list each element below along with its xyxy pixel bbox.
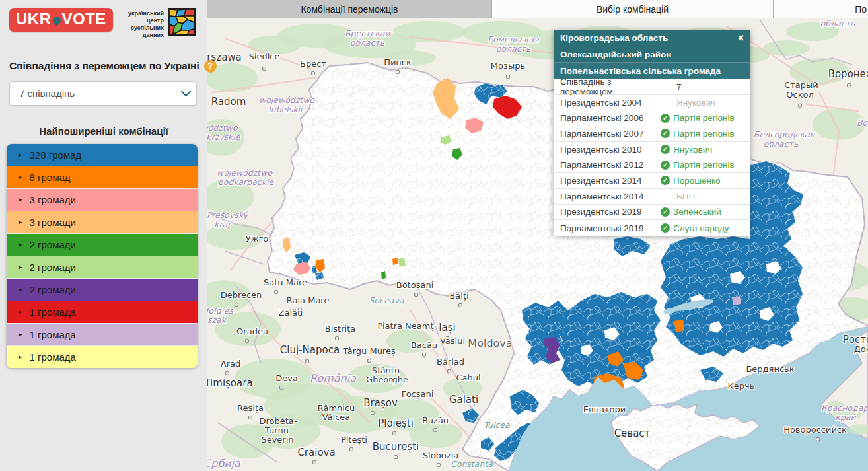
tab-1[interactable]: Комбінації переможців (207, 0, 492, 18)
combination-label: 3 громади (30, 217, 76, 228)
map-label: Мозырь (491, 61, 525, 71)
map-label: Satu Mare (264, 277, 307, 287)
combination-item[interactable]: ▸2 громади (7, 234, 198, 256)
map-label: Vâlcea (322, 412, 351, 422)
popup-value-text: Янукович (676, 98, 715, 108)
popup-row: Парламентські 2012✓Партія регіонів (554, 157, 750, 173)
popup-row-label: Президентські 2004 (560, 98, 661, 108)
map-label: Prešovský (207, 210, 249, 220)
map-label: Severin (261, 435, 293, 445)
panel-title: Співпадіння з переможцем по Україні (9, 60, 199, 72)
map-label: Suceava (369, 295, 404, 305)
city-dot (394, 455, 397, 458)
popup-row-value: ✓Слуга народу (661, 223, 729, 233)
close-icon[interactable]: ✕ (737, 30, 744, 46)
popup-value-text: Партія регіонів (673, 129, 735, 139)
popup-row-value: Янукович (661, 98, 715, 108)
city-dot (816, 437, 819, 441)
dropdown-divider (176, 87, 176, 100)
popup-row-label: Парламентські 2019 (560, 223, 661, 233)
check-icon: ✓ (661, 129, 670, 138)
triangle-icon: ▸ (19, 353, 22, 360)
city-dot (245, 339, 248, 342)
map-label: Новороссийск (783, 425, 847, 435)
map-label: Bălți (449, 291, 468, 301)
tab-3[interactable]: По (774, 0, 868, 18)
hromada-region-green (381, 271, 386, 279)
org-logo[interactable]: українськийцентрсуспільнихданних (128, 8, 196, 39)
ukraine-map[interactable]: WarszawaSiedlceБрестПинскБрестскаяобласт… (207, 18, 868, 471)
popup-row-value: 7 (661, 82, 682, 92)
city-dot (367, 359, 371, 362)
combination-item[interactable]: ▸3 громади (7, 211, 198, 233)
combination-item[interactable]: ▸1 громада (7, 324, 198, 345)
map-label: Керчь (728, 381, 755, 391)
popup-row: Парламентські 2007✓Партія регіонів (554, 126, 750, 142)
map-label: Србија (207, 457, 241, 470)
popup-row: Президентські 2004Янукович (554, 95, 750, 111)
combination-item[interactable]: ▸2 громади (7, 256, 198, 278)
org-name-line: суспільних (128, 24, 164, 32)
map-label: Bistrița (325, 324, 355, 334)
popup-row-label: Президентські 2014 (560, 176, 661, 186)
map-label: Debrecen (221, 290, 262, 300)
org-name: українськийцентрсуспільнихданних (128, 8, 164, 39)
chevron-down-icon (181, 87, 192, 97)
map-label: Arad (221, 359, 240, 369)
map-label: Tulcea (484, 420, 510, 430)
map-label: Sfântu (372, 365, 400, 375)
city-dot (305, 359, 308, 363)
map-label: București (373, 441, 419, 453)
popup-region-row: Кіровоградська область✕ (554, 30, 750, 46)
check-icon: ✓ (661, 161, 670, 170)
combination-label: 1 громада (30, 351, 76, 363)
hromada-popup: Кіровоградська область✕Олександрійський … (554, 30, 750, 236)
map-label: Воронеж (828, 68, 868, 80)
popup-hromada-row: Попельнастівська сільська громада (554, 63, 750, 79)
combination-label: 1 громада (30, 307, 76, 318)
popup-row-label: Парламентські 2007 (560, 129, 661, 139)
map-label: Краснодарский (821, 403, 868, 413)
popup-value-text: БПП (676, 192, 695, 201)
map-label: lubelskie (268, 104, 306, 114)
combination-label: 2 громади (30, 284, 76, 295)
city-dot (506, 75, 509, 78)
map-label: Брестская (345, 28, 390, 38)
ukrvote-logo[interactable]: UKR VOTE (9, 8, 113, 32)
check-icon: ✓ (661, 176, 670, 185)
mosaic-logo-icon (168, 8, 196, 36)
map-label: podkarpackie (218, 177, 275, 187)
map-label: Reșița (237, 403, 264, 413)
combination-item[interactable]: ▸1 громада (7, 346, 198, 368)
map-label: Baia Mare (287, 295, 330, 305)
popup-row-label: Парламентські 2006 (560, 113, 661, 123)
map-label: Пинск (384, 57, 412, 67)
combination-item[interactable]: ▸8 громад (7, 166, 198, 188)
map-label: wództwo (207, 123, 238, 133)
popup-row-label: Парламентські 2014 (560, 192, 661, 201)
help-icon[interactable]: ? (204, 60, 217, 73)
triangle-icon: ▸ (19, 331, 22, 338)
city-dot (371, 411, 374, 414)
map-label: Deva (275, 373, 298, 383)
combination-item[interactable]: ▸2 громади (7, 279, 198, 301)
combination-item[interactable]: ▸3 громади (7, 189, 198, 211)
hromada-region-ltgreen (398, 258, 406, 267)
combination-item[interactable]: ▸328 громад (7, 144, 198, 166)
triangle-icon: ▸ (19, 308, 22, 315)
map-label: Севаст (614, 427, 651, 439)
map-label: Focșani (402, 389, 434, 399)
popup-row-label: Співпадінь з переможцем (560, 77, 661, 96)
combination-item[interactable]: ▸1 громада (7, 301, 198, 323)
tab-2[interactable]: Вибір комбінацій (492, 0, 774, 18)
popup-row: Парламентські 2006✓Партія регіонів (554, 110, 750, 126)
triangle-icon: ▸ (19, 174, 22, 180)
map-label: Târgu Mureș (342, 346, 396, 356)
map-label: România (310, 372, 357, 384)
popup-value-text: Партія регіонів (673, 160, 735, 170)
matches-dropdown[interactable]: 7 співпадінь (9, 81, 197, 106)
map-label: Белгородская (754, 129, 816, 139)
list-heading: Найпоширеніші комбінації (0, 126, 207, 137)
popup-row-value: ✓Янукович (661, 145, 712, 155)
city-dot (447, 369, 451, 373)
